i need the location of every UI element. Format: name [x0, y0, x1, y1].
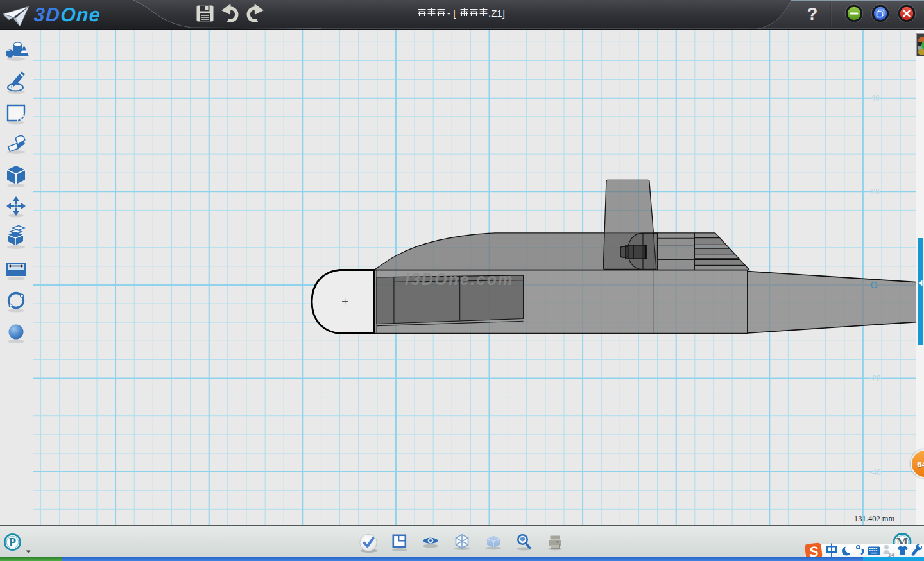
svg-text:P: P: [9, 536, 16, 549]
svg-text:.Z1]: .Z1]: [488, 8, 505, 19]
svg-text:i3DOne.com: i3DOne.com: [405, 270, 514, 288]
svg-text:-40: -40: [869, 468, 881, 477]
svg-text:20: 20: [871, 187, 880, 196]
svg-text:?: ?: [807, 4, 818, 24]
svg-text:-20: -20: [869, 374, 881, 383]
svg-text:- [: - [: [447, 8, 456, 19]
svg-text:14: 14: [888, 551, 894, 557]
svg-text:40: 40: [871, 94, 880, 103]
